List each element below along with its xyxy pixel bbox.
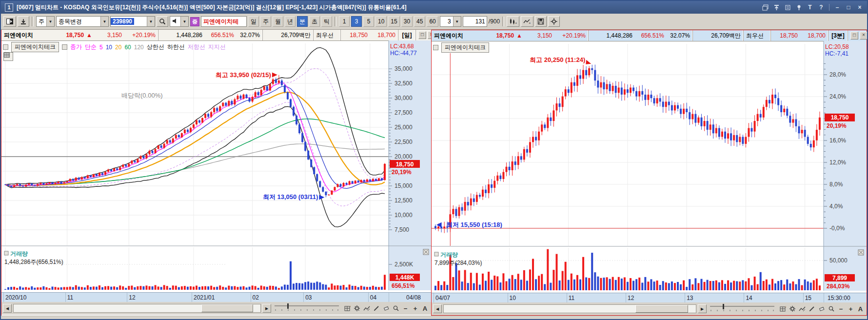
chevron-down-icon[interactable]: ▼ xyxy=(180,17,188,26)
price-tick-label: 30,000 xyxy=(395,95,413,101)
minimize-button[interactable]: – xyxy=(834,4,841,11)
period-month-button[interactable]: 월 xyxy=(273,16,283,27)
legend-toggle-button[interactable] xyxy=(433,45,438,50)
pushpin-icon[interactable] xyxy=(795,4,802,11)
indicator-grid-icon[interactable] xyxy=(3,52,13,61)
chevron-down-icon[interactable]: ▼ xyxy=(453,17,461,26)
minute-chart-area[interactable]: 28,0%24,0%16,0%12,0%8,0%4,0%-0,0%최고 20,2… xyxy=(432,41,867,293)
pin-to-top-icon[interactable] xyxy=(773,4,780,11)
pane-close-button[interactable]: × xyxy=(860,32,868,40)
settings-gear-button[interactable] xyxy=(548,16,560,27)
help-icon[interactable]: ? xyxy=(818,4,825,11)
period-year-button[interactable]: 년 xyxy=(285,16,296,27)
candle-up xyxy=(606,84,608,89)
scrollbar-track[interactable] xyxy=(443,304,696,313)
bar-count-input[interactable] xyxy=(463,16,487,27)
pencil-button[interactable] xyxy=(807,304,816,314)
text-tool-icon[interactable]: T xyxy=(807,4,813,11)
settings-gear-button[interactable] xyxy=(352,304,361,313)
legend-toggle-button[interactable] xyxy=(3,44,8,50)
scroll-right-button[interactable]: ▶ xyxy=(262,304,271,313)
zoom-in-button[interactable]: + xyxy=(411,304,420,313)
settings-gear-button[interactable] xyxy=(788,304,797,314)
stock-code-combo[interactable]: 239890▼ xyxy=(110,16,155,27)
scroll-left-button[interactable]: ◀ xyxy=(433,304,442,313)
candle-up xyxy=(107,169,109,172)
save-chart-button[interactable] xyxy=(535,16,547,27)
scroll-right-button[interactable]: ▶ xyxy=(698,304,707,313)
minute-30-button[interactable]: 30 xyxy=(401,16,413,27)
scrollbar-thumb[interactable] xyxy=(635,305,689,313)
period-second-button[interactable]: 초 xyxy=(309,16,320,27)
zoom-slider[interactable] xyxy=(273,302,341,314)
eraser-button[interactable] xyxy=(817,304,826,314)
scrollbar-thumb[interactable] xyxy=(201,304,253,312)
candle-down xyxy=(125,165,127,167)
zoom-in-button[interactable]: + xyxy=(846,304,855,314)
minute-60-button[interactable]: 60 xyxy=(427,16,438,27)
chevron-down-icon[interactable]: ▼ xyxy=(46,17,54,26)
ma-legend-toggle-button[interactable] xyxy=(62,44,67,50)
series-tab[interactable]: 피엔에이치테크 xyxy=(441,42,489,53)
layout-select-button[interactable] xyxy=(3,16,16,27)
minute-5-button[interactable]: 5 xyxy=(363,16,374,27)
series-tab[interactable]: 피엔에이치테크 xyxy=(11,42,59,52)
chart-grid-button[interactable]: + xyxy=(778,304,787,314)
pane-maximize-button[interactable]: □ xyxy=(418,31,426,39)
scrollbar-track[interactable] xyxy=(13,304,261,313)
minute-15-button[interactable]: 15 xyxy=(388,16,399,27)
sound-alert-dropdown[interactable]: ▼ xyxy=(170,16,189,27)
draw-chart-button[interactable] xyxy=(797,304,807,314)
chevron-down-icon[interactable]: ▼ xyxy=(147,17,155,26)
compare-line-button[interactable]: + xyxy=(521,16,533,27)
candle-up xyxy=(541,124,543,131)
candle-down xyxy=(686,109,688,112)
candle-down xyxy=(632,88,634,91)
period-day-button[interactable]: 일 xyxy=(248,16,259,27)
chart-grid-button[interactable]: + xyxy=(342,304,352,313)
period-minute-button[interactable]: 분 xyxy=(297,16,308,27)
cycle-dropdown[interactable]: 주▼ xyxy=(36,16,55,27)
volume-pct-label: 656,51% xyxy=(392,282,415,289)
auto-scale-button[interactable]: A xyxy=(856,304,865,314)
daily-chart-area[interactable]: 35,00032,50030,00027,50025,00022,50020,0… xyxy=(1,40,432,292)
minute-combo[interactable]: 3▼ xyxy=(440,16,461,27)
minute-1-button[interactable]: 1 xyxy=(339,16,350,27)
volume-bar xyxy=(801,285,803,290)
window-number-badge: 1 xyxy=(5,3,13,12)
compare-candle-button[interactable]: + xyxy=(507,16,519,27)
chevron-down-icon[interactable]: ▼ xyxy=(100,17,108,26)
close-button[interactable]: × xyxy=(856,4,863,11)
magnifier-button[interactable] xyxy=(827,304,836,314)
clone-window-icon[interactable] xyxy=(784,4,791,11)
volume-bar xyxy=(22,288,24,290)
eraser-button[interactable] xyxy=(381,304,391,313)
zoom-slider[interactable] xyxy=(708,303,776,315)
stock-name-field[interactable]: 피엔에이치테 xyxy=(201,16,247,27)
save-layout-button[interactable] xyxy=(18,16,29,27)
volume-bar xyxy=(125,288,127,290)
draw-chart-button[interactable] xyxy=(362,304,371,313)
maximize-button[interactable]: □ xyxy=(845,4,852,11)
zoom-out-button[interactable]: − xyxy=(836,304,846,314)
pencil-button[interactable] xyxy=(372,304,381,313)
scroll-left-button[interactable]: ◀ xyxy=(3,304,12,313)
cascade-icon[interactable] xyxy=(762,4,769,11)
pane-maximize-button[interactable]: □ xyxy=(850,32,858,40)
x-axis-tick xyxy=(65,293,66,302)
stock-change-dropdown[interactable]: 종목변경▼ xyxy=(56,16,109,27)
auto-scale-button[interactable]: A xyxy=(420,304,430,313)
minute-3-button[interactable]: 3 xyxy=(351,16,362,27)
chart-shape xyxy=(355,307,358,310)
minute-10-button[interactable]: 10 xyxy=(375,16,387,27)
candle-up xyxy=(638,91,640,97)
period-week-button[interactable]: 주 xyxy=(260,16,271,27)
titlebar[interactable]: 1 [0607] 멀티차트 - KOSDAQ 외국인보유[12(천)] 주식수[… xyxy=(1,1,867,14)
chart-shape xyxy=(829,306,832,310)
zoom-out-button[interactable]: − xyxy=(401,304,410,313)
magnifier-button[interactable] xyxy=(391,304,400,313)
minute-45-button[interactable]: 45 xyxy=(414,16,425,27)
stock-search-button[interactable] xyxy=(157,16,168,27)
candle-down xyxy=(363,180,365,182)
period-tick-button[interactable]: 틱 xyxy=(321,16,332,27)
